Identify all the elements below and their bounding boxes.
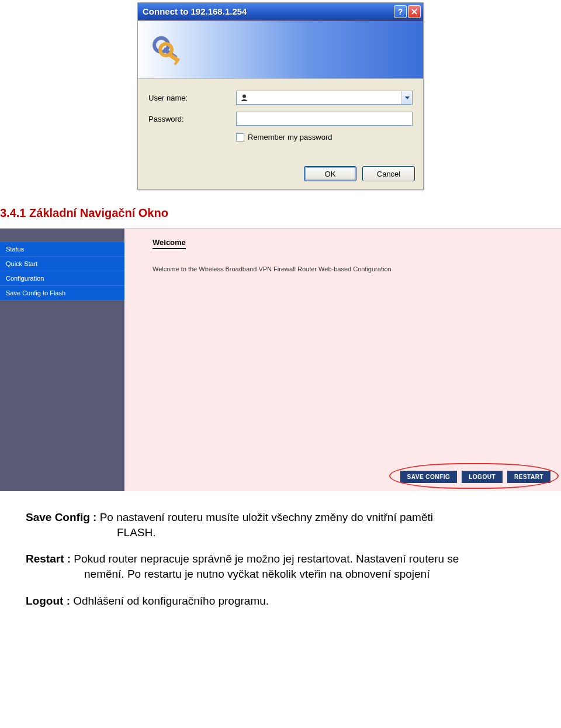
restart-text-1: Pokud router nepracuje správně je možno … xyxy=(74,553,459,565)
remember-checkbox[interactable] xyxy=(236,133,244,142)
username-label: User name: xyxy=(148,94,236,102)
dialog-banner xyxy=(138,20,423,79)
page-title: Welcome xyxy=(153,238,186,249)
router-panel: Status Quick Start Configuration Save Co… xyxy=(0,228,561,491)
nav-item-configuration[interactable]: Configuration xyxy=(0,271,124,286)
remember-label: Remember my password xyxy=(248,133,333,142)
logout-button[interactable]: LOGOUT xyxy=(462,471,503,483)
chevron-down-icon[interactable] xyxy=(401,91,412,104)
restart-text-2: nemění. Po restartu je nutno vyčkat něko… xyxy=(26,567,561,582)
page-subtitle: Welcome to the Wireless Broadband VPN Fi… xyxy=(153,265,561,272)
restart-button[interactable]: RESTART xyxy=(507,471,550,483)
password-label: Password: xyxy=(148,115,236,123)
main-area: Welcome Welcome to the Wireless Broadban… xyxy=(124,229,561,491)
username-combo[interactable] xyxy=(236,91,413,105)
save-config-button[interactable]: SAVE CONFIG xyxy=(400,471,458,483)
cancel-button[interactable]: Cancel xyxy=(362,166,415,181)
nav-item-saveconfig[interactable]: Save Config to Flash xyxy=(0,286,124,301)
body-paragraphs: Save Config : Po nastavení routeru musít… xyxy=(0,491,561,637)
auth-dialog: Connect to 192.168.1.254 ? User name: xyxy=(137,2,424,190)
logout-text: Odhlášení od konfiguračního programu. xyxy=(73,595,269,607)
svg-point-5 xyxy=(243,95,246,98)
restart-label: Restart : xyxy=(26,553,71,565)
save-config-text-1: Po nastavení routeru musíte uložit všech… xyxy=(100,511,433,523)
password-field[interactable] xyxy=(236,112,413,126)
nav-item-status[interactable]: Status xyxy=(0,241,124,257)
keys-icon xyxy=(150,32,185,67)
ok-button[interactable]: OK xyxy=(304,166,356,181)
dialog-title: Connect to 192.168.1.254 xyxy=(143,6,393,16)
nav: Status Quick Start Configuration Save Co… xyxy=(0,241,124,301)
help-button[interactable]: ? xyxy=(394,5,407,18)
titlebar: Connect to 192.168.1.254 ? xyxy=(138,3,423,20)
close-button[interactable] xyxy=(408,5,421,18)
sidebar: Status Quick Start Configuration Save Co… xyxy=(0,229,124,491)
save-config-text-2: FLASH. xyxy=(26,525,561,540)
nav-item-quickstart[interactable]: Quick Start xyxy=(0,257,124,271)
logout-label: Logout : xyxy=(26,595,70,607)
bottom-buttons: SAVE CONFIG LOGOUT RESTART xyxy=(400,471,550,483)
save-config-label: Save Config : xyxy=(26,511,96,523)
close-icon xyxy=(411,8,418,15)
section-heading: 3.4.1 Základní Navigační Okno xyxy=(0,206,561,220)
user-icon xyxy=(239,92,250,103)
